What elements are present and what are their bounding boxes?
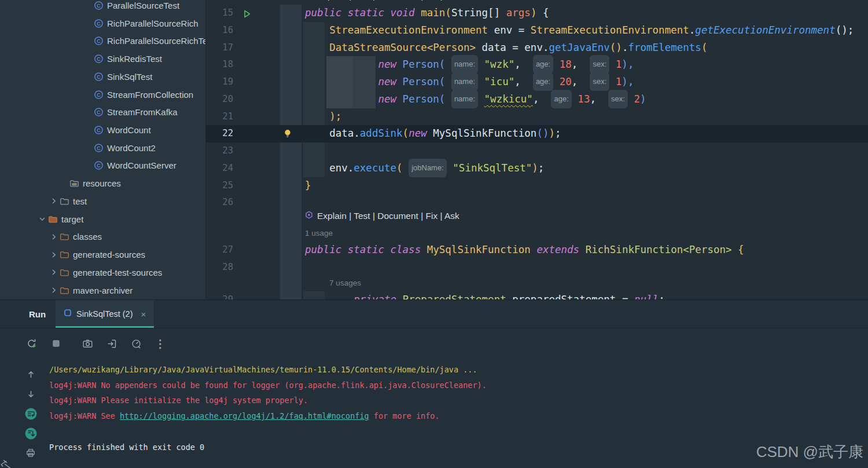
active-tab-underline: [56, 326, 154, 328]
svg-text:C: C: [97, 3, 101, 9]
line-number-23: 23: [206, 142, 233, 160]
code-line-27[interactable]: public static class MySqlSinkFunction ex…: [305, 242, 744, 259]
code-line-17[interactable]: DataStreamSource<Person> data = env.getJ…: [305, 39, 707, 57]
run-header: Run SinkSqlTest (2) ×: [0, 300, 868, 328]
tree-item-RichParallelSourceRichTest[interactable]: CRichParallelSourceRichTest: [94, 32, 206, 50]
code-line-24[interactable]: env.execute( jobName: "SinkSqlTest");: [305, 160, 544, 178]
console-text: log4j:WARN No appenders could be found f…: [49, 381, 487, 390]
tree-item-StreamFromCollection[interactable]: CStreamFromCollection: [94, 86, 193, 104]
tree-item-WordCount[interactable]: CWordCount: [94, 121, 151, 139]
scroll-up-icon[interactable]: [24, 368, 37, 381]
project-tree-panel: CParallelSourceTestCRichParallelSourceRi…: [0, 0, 206, 299]
profiler-gauge-button[interactable]: [127, 335, 145, 352]
usages-inlay[interactable]: 7 usages: [329, 279, 361, 287]
build-hammer-icon[interactable]: [0, 459, 17, 468]
tree-item-ParallelSourceTest[interactable]: CParallelSourceTest: [94, 0, 179, 14]
code-line-25[interactable]: }: [305, 177, 311, 195]
ai-assistant-icon: [305, 0, 313, 1]
svg-text:C: C: [97, 38, 101, 44]
run-toolbar: ⋮: [23, 335, 169, 352]
indent-shade-1: [280, 5, 301, 299]
tree-item-label: target: [61, 214, 83, 224]
screenshot-button[interactable]: [79, 335, 96, 352]
param-hint-chip: age:: [533, 72, 553, 91]
stop-button[interactable]: [47, 335, 65, 352]
tree-item-RichParallelSourceRich[interactable]: CRichParallelSourceRich: [94, 14, 198, 32]
chevron-right-icon[interactable]: [49, 232, 58, 242]
param-hint-chip: jobName:: [409, 159, 447, 177]
code-editor[interactable]: Explain | Test | Document | Fix | Ask pu…: [206, 0, 868, 299]
param-hint-chip: name:: [451, 72, 478, 91]
tree-item-label: WordCountServer: [107, 160, 176, 170]
line-number-18: 18: [206, 56, 233, 74]
chevron-down-icon[interactable]: [38, 214, 47, 224]
line-number-19: 19: [206, 74, 233, 91]
tree-item-generated-test-sources[interactable]: generated-test-sources: [49, 264, 162, 281]
tree-item-test[interactable]: test: [49, 192, 87, 210]
param-hint-chip: age:: [533, 55, 553, 74]
run-tab-sinksqltest[interactable]: SinkSqlTest (2) ×: [56, 300, 154, 328]
console-link[interactable]: http://logging.apache.org/log4j/1.2/faq.…: [120, 411, 369, 421]
tree-item-resources[interactable]: resources: [69, 174, 121, 192]
class-icon: C: [94, 125, 104, 135]
tree-item-generated-sources[interactable]: generated-sources: [49, 246, 145, 264]
code-line-22[interactable]: data.addSink(new MySqlSinkFunction());: [305, 125, 561, 142]
chevron-right-icon[interactable]: [49, 268, 58, 277]
ai-actions-label: Explain | Test | Document | Fix | Ask: [317, 0, 459, 1]
line-number-27: 27: [206, 242, 233, 259]
console-line: [49, 424, 487, 440]
console-output: /Users/wuzikang/Library/Java/JavaVirtual…: [49, 362, 487, 455]
svg-text:C: C: [97, 145, 101, 151]
print-icon[interactable]: [24, 447, 37, 459]
csdn-watermark: CSDN @武子康: [756, 442, 863, 462]
tab-close-icon[interactable]: ×: [141, 309, 146, 319]
folder-build-icon: [60, 232, 69, 242]
tree-item-target[interactable]: target: [38, 210, 83, 228]
class-icon: C: [94, 36, 104, 46]
tree-item-WordCount2[interactable]: CWordCount2: [94, 139, 156, 157]
svg-text:C: C: [97, 74, 101, 79]
tree-item-StreamFromKafka[interactable]: CStreamFromKafka: [94, 103, 178, 121]
run-config-icon: [64, 309, 72, 319]
tree-item-label: generated-sources: [73, 250, 145, 259]
code-line-15[interactable]: public static void main(String[] args) {: [305, 5, 549, 22]
code-line-20[interactable]: new Person( name: "wzkicu", age: 13, sex…: [305, 91, 646, 109]
svg-text:C: C: [97, 92, 101, 97]
attach-console-button[interactable]: [103, 335, 120, 352]
ai-actions-label: Explain | Test | Document | Fix | Ask: [317, 211, 459, 221]
ai-actions-inlay[interactable]: Explain | Test | Document | Fix | Ask: [305, 211, 459, 221]
console-text: /Users/wuzikang/Library/Java/JavaVirtual…: [49, 365, 477, 374]
code-line-16[interactable]: StreamExecutionEnvironment env = StreamE…: [305, 22, 854, 39]
console-text: Process finished with exit code 0: [49, 443, 204, 452]
intention-bulb-icon[interactable]: [283, 129, 292, 141]
chevron-right-icon[interactable]: [49, 196, 58, 206]
line-number-20: 20: [206, 91, 233, 108]
rerun-button[interactable]: [23, 335, 41, 352]
folder-build-icon: [60, 250, 69, 259]
code-line-29[interactable]: private PreparedStatement preparedStatem…: [305, 291, 665, 300]
usages-inlay[interactable]: 1 usage: [305, 229, 333, 237]
tree-item-SinkRedisTest[interactable]: CSinkRedisTest: [94, 50, 162, 68]
chevron-right-icon[interactable]: [49, 286, 58, 295]
soft-wrap-toggle[interactable]: [24, 407, 37, 420]
param-hint-chip: name:: [451, 90, 478, 108]
run-line-icon[interactable]: [242, 9, 252, 21]
tree-item-WordCountServer[interactable]: CWordCountServer: [94, 156, 176, 174]
class-icon: C: [94, 72, 104, 82]
chevron-right-icon[interactable]: [49, 250, 58, 259]
ai-actions-inlay-top[interactable]: Explain | Test | Document | Fix | Ask: [305, 0, 459, 1]
tree-item-label: maven-archiver: [73, 286, 133, 295]
code-line-21[interactable]: );: [305, 108, 341, 126]
scroll-to-end-toggle[interactable]: [24, 427, 37, 440]
ide-window: CParallelSourceTestCRichParallelSourceRi…: [0, 0, 868, 468]
console-line: /Users/wuzikang/Library/Java/JavaVirtual…: [49, 362, 487, 378]
tree-item-SinkSqlTest[interactable]: CSinkSqlTest: [94, 68, 152, 86]
tree-item-maven-archiver[interactable]: maven-archiver: [49, 281, 133, 299]
tree-item-label: generated-test-sources: [73, 268, 162, 277]
console-line: log4j:WARN See http://logging.apache.org…: [49, 408, 487, 424]
more-options-button[interactable]: ⋮: [152, 335, 169, 352]
tree-item-label: SinkSqlTest: [107, 72, 152, 82]
tree-item-classes[interactable]: classes: [49, 228, 102, 246]
scroll-down-icon[interactable]: [24, 387, 37, 400]
class-icon: C: [94, 1, 104, 10]
